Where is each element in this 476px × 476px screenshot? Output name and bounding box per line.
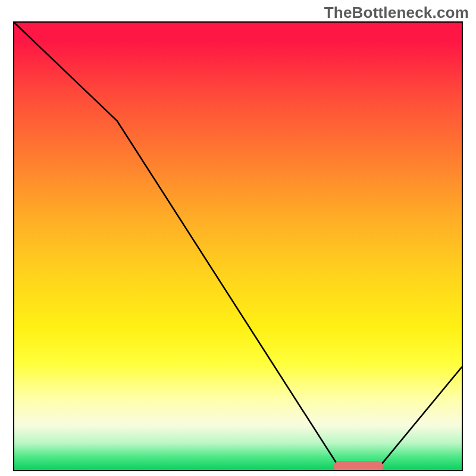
bottleneck-curve xyxy=(14,23,462,470)
chart-plot-area xyxy=(13,21,463,471)
watermark-text: TheBottleneck.com xyxy=(324,4,469,22)
optimal-range-marker xyxy=(334,461,383,471)
